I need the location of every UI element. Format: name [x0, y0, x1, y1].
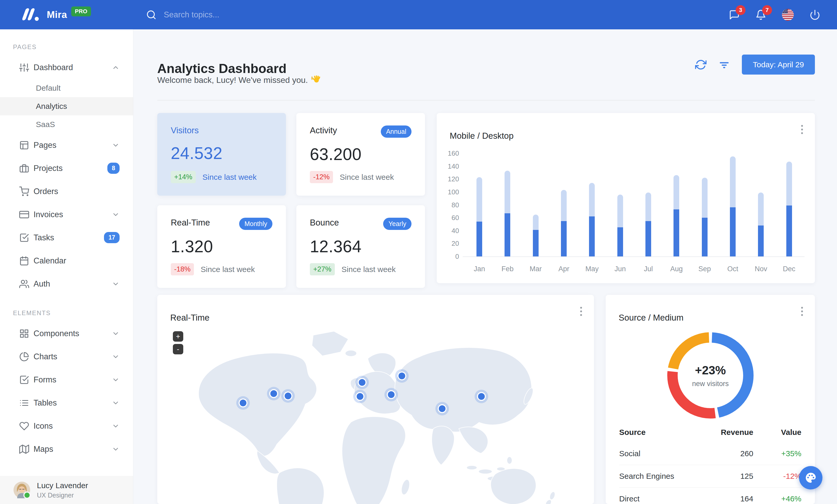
stat-value: 63.200 — [310, 145, 411, 164]
bar-mar[interactable] — [522, 153, 550, 257]
stat-period-badge[interactable]: Monthly — [239, 218, 272, 230]
bar-jul[interactable] — [634, 153, 662, 257]
map-marker[interactable] — [385, 388, 398, 402]
cell-value: +35% — [753, 449, 801, 458]
sidebar-item-auth[interactable]: Auth — [0, 272, 133, 295]
map-zoom-out-button[interactable]: - — [173, 344, 183, 354]
sidebar-item-invoices[interactable]: Invoices — [0, 203, 133, 226]
search-input[interactable] — [163, 10, 346, 20]
table-row-search-engines[interactable]: Search Engines125-12% — [619, 465, 801, 487]
sidebar-subitem-analytics[interactable]: Analytics — [0, 97, 133, 115]
sidebar-item-icons[interactable]: Icons — [0, 414, 133, 437]
bar-dec[interactable] — [775, 153, 803, 257]
sidebar-item-label: Calendar — [34, 256, 120, 265]
top-navbar: Mira PRO 3 7 — [0, 0, 837, 29]
sidebar-subitem-default[interactable]: Default — [0, 79, 133, 97]
stat-period-badge[interactable]: Annual — [381, 126, 411, 138]
heart-icon — [19, 421, 29, 431]
bar-segment-desktop — [617, 194, 623, 228]
kebab-menu-icon[interactable] — [580, 307, 582, 316]
logout-button[interactable] — [809, 10, 820, 20]
map-marker[interactable] — [435, 402, 449, 415]
bar-sep[interactable] — [691, 153, 719, 257]
cell-revenue: 260 — [709, 449, 753, 458]
map-marker[interactable] — [353, 390, 367, 403]
sidebar-item-tables[interactable]: Tables — [0, 391, 133, 414]
bar-jan[interactable] — [465, 153, 493, 257]
chart-baseline — [463, 257, 804, 257]
bar-jun[interactable] — [606, 153, 634, 257]
power-icon — [809, 10, 820, 20]
sidebar-user[interactable]: Lucy Lavender UX Designer — [0, 476, 133, 504]
source-medium-card: Source / Medium +23% new visitors Source… — [606, 295, 815, 504]
sidebar-item-maps[interactable]: Maps — [0, 437, 133, 461]
sidebar-item-pages[interactable]: Pages — [0, 133, 133, 157]
palette-icon — [805, 472, 817, 484]
language-button[interactable] — [782, 9, 794, 21]
messages-button[interactable]: 3 — [729, 10, 740, 20]
bar-feb[interactable] — [493, 153, 521, 257]
sidebar-item-tasks[interactable]: Tasks17 — [0, 226, 133, 249]
bar-apr[interactable] — [550, 153, 578, 257]
bar-segment-mobile — [561, 221, 567, 257]
check-square-icon — [19, 233, 29, 243]
stat-delta-badge: +27% — [310, 263, 335, 275]
bar-segment-desktop — [645, 192, 651, 221]
map-marker[interactable] — [395, 369, 409, 383]
stat-value: 12.364 — [310, 237, 411, 256]
kebab-menu-icon[interactable] — [801, 307, 803, 316]
bar-may[interactable] — [578, 153, 606, 257]
sidebar-item-dashboard[interactable]: Dashboard — [0, 56, 133, 79]
filter-icon[interactable] — [718, 59, 730, 70]
y-tick-label: 120 — [440, 175, 459, 183]
bar-segment-mobile — [786, 205, 792, 257]
x-tick-label: Jan — [465, 265, 493, 273]
navbar-icons: 3 7 — [729, 9, 837, 21]
date-range-button[interactable]: Today: April 29 — [742, 55, 815, 75]
y-tick-label: 0 — [440, 253, 459, 261]
map-marker[interactable] — [281, 389, 295, 403]
theme-settings-fab[interactable] — [799, 466, 822, 489]
main-content: Analytics Dashboard Welcome back, Lucy! … — [133, 29, 837, 504]
sidebar-item-components[interactable]: Components — [0, 322, 133, 345]
sidebar-item-label: Invoices — [34, 210, 112, 219]
x-tick-label: Sep — [691, 265, 719, 273]
cell-revenue: 164 — [709, 494, 753, 503]
sidebar-item-label: Pages — [34, 141, 112, 150]
map-marker[interactable] — [355, 376, 369, 389]
map-marker[interactable] — [475, 390, 488, 403]
list-icon — [19, 398, 29, 408]
bar-nov[interactable] — [747, 153, 775, 257]
map-zoom-in-button[interactable]: + — [173, 331, 183, 342]
sidebar-item-charts[interactable]: Charts — [0, 345, 133, 368]
messages-badge: 3 — [736, 5, 746, 15]
refresh-icon[interactable] — [695, 59, 707, 70]
global-search[interactable] — [146, 10, 729, 20]
table-row-direct[interactable]: Direct164+46% — [619, 487, 801, 504]
cell-source: Search Engines — [619, 472, 709, 481]
kebab-menu-icon[interactable] — [801, 125, 803, 134]
world-map[interactable] — [157, 320, 594, 504]
sidebar-item-calendar[interactable]: Calendar — [0, 249, 133, 272]
sidebar-item-projects[interactable]: Projects8 — [0, 157, 133, 180]
stat-period-badge[interactable]: Yearly — [383, 218, 411, 230]
sidebar-subitem-saas[interactable]: SaaS — [0, 115, 133, 133]
sidebar-item-orders[interactable]: Orders — [0, 180, 133, 203]
donut-chart: +23% new visitors — [658, 323, 762, 427]
x-tick-label: Oct — [719, 265, 747, 273]
brand[interactable]: Mira PRO — [0, 7, 133, 22]
map-marker[interactable] — [267, 387, 281, 400]
sidebar-item-label: Components — [34, 329, 112, 338]
user-name: Lucy Lavender — [37, 481, 88, 490]
source-table: SourceRevenueValueSocial260+35%Search En… — [619, 422, 801, 504]
chart-title: Mobile / Desktop — [450, 131, 514, 141]
sidebar-item-label: Auth — [34, 279, 112, 288]
bar-oct[interactable] — [719, 153, 747, 257]
notifications-button[interactable]: 7 — [755, 10, 766, 20]
source-medium-title: Source / Medium — [619, 313, 683, 323]
bar-aug[interactable] — [662, 153, 690, 257]
sidebar-item-forms[interactable]: Forms — [0, 368, 133, 391]
chevron-down-icon — [112, 445, 120, 453]
table-row-social[interactable]: Social260+35% — [619, 443, 801, 465]
map-marker[interactable] — [236, 396, 250, 410]
